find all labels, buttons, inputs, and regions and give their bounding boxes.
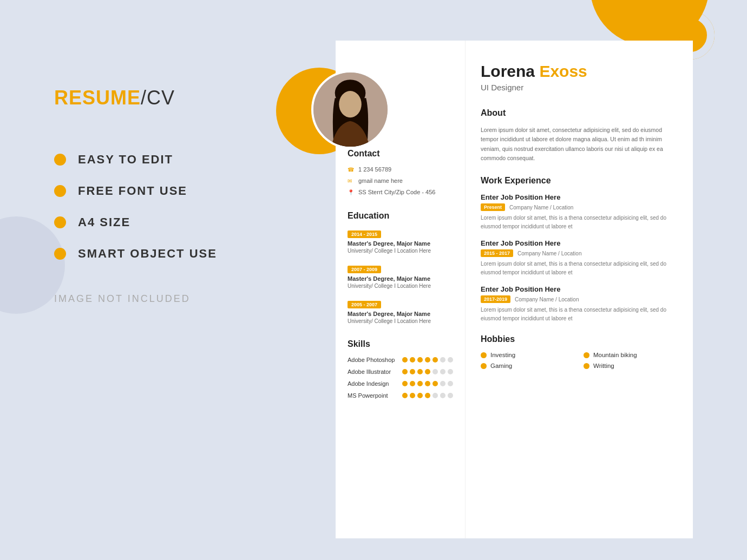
job-desc-1: Lorem ipsum dolor sit amet, this is a th… bbox=[481, 214, 678, 230]
hobby-label-2: Mountain biking bbox=[593, 352, 637, 358]
dot-empty bbox=[448, 381, 453, 386]
dot-empty bbox=[440, 357, 445, 363]
edu-entry-2: 2007 - 2009 Master's Degree, Major Name … bbox=[348, 263, 453, 289]
skill-powerpoint: MS Powerpoint bbox=[348, 392, 453, 399]
hobby-dot bbox=[481, 352, 487, 358]
contact-phone: ☎ 1 234 56789 bbox=[348, 166, 453, 173]
edu-year-3: 2005 - 2007 bbox=[348, 301, 381, 308]
job-meta-3: 2017-2019 Company Name / Location bbox=[481, 295, 678, 303]
dot-empty bbox=[440, 393, 445, 398]
feature-item-font: FREE FONT USE bbox=[54, 184, 260, 198]
job-badge-2: 2015 - 2017 bbox=[481, 249, 513, 257]
hobby-dot bbox=[584, 352, 589, 358]
hobby-label-3: Gaming bbox=[490, 363, 512, 369]
hobby-label-1: Investing bbox=[490, 352, 515, 358]
job-company-2: Company Name / Location bbox=[517, 251, 581, 256]
person-name: Lorena Exoss bbox=[481, 62, 678, 81]
hobby-writting: Writting bbox=[584, 363, 678, 369]
skill-dots-1 bbox=[402, 357, 453, 363]
dot bbox=[410, 357, 415, 363]
dot bbox=[425, 369, 430, 374]
feature-label: FREE FONT USE bbox=[78, 184, 187, 198]
education-header: Education bbox=[348, 211, 453, 221]
feature-dot bbox=[54, 185, 66, 197]
job-company-3: Company Name / Location bbox=[515, 297, 579, 302]
dot bbox=[402, 357, 408, 363]
hobby-dot bbox=[584, 363, 589, 369]
skill-photoshop: Adobe Photoshop bbox=[348, 357, 453, 363]
dot-empty bbox=[440, 369, 445, 374]
work-header: Work Experience bbox=[481, 176, 678, 186]
skill-name-1: Adobe Photoshop bbox=[348, 357, 402, 363]
dot bbox=[425, 381, 430, 386]
skill-illustrator: Adobe Illustrator bbox=[348, 368, 453, 375]
resume-right-column: Lorena Exoss UI Designer About Lorem ips… bbox=[466, 41, 693, 538]
hobbies-header: Hobbies bbox=[481, 334, 678, 344]
skill-name-3: Adobe Indesign bbox=[348, 380, 402, 387]
job-meta-1: Present Company Name / Location bbox=[481, 203, 678, 211]
dot bbox=[402, 381, 408, 386]
job-meta-2: 2015 - 2017 Company Name / Location bbox=[481, 249, 678, 257]
dot-empty bbox=[433, 369, 438, 374]
about-text: Lorem ipsum dolor sit amet, consectetur … bbox=[481, 126, 678, 163]
title-highlight: RESUME bbox=[54, 87, 141, 109]
job-desc-3: Lorem ipsum dolor sit amet, this is a th… bbox=[481, 306, 678, 322]
contact-header: Contact bbox=[348, 149, 453, 159]
dot bbox=[402, 369, 408, 374]
skill-dots-4 bbox=[402, 393, 453, 398]
edu-degree-2: Master's Degree, Major Name bbox=[348, 275, 453, 282]
edu-year-2: 2007 - 2009 bbox=[348, 266, 381, 273]
hobby-mountain-biking: Mountain biking bbox=[584, 352, 678, 358]
job-badge-3: 2017-2019 bbox=[481, 295, 510, 303]
work-entry-2: Enter Job Position Here 2015 - 2017 Comp… bbox=[481, 239, 678, 276]
education-section: Education 2014 - 2015 Master's Degree, M… bbox=[348, 211, 453, 324]
hobbies-grid: Investing Mountain biking Gaming Writtin… bbox=[481, 352, 678, 369]
email-value: gmail name here bbox=[358, 177, 403, 184]
feature-item-size: A4 SIZE bbox=[54, 215, 260, 229]
email-icon: ✉ bbox=[348, 178, 354, 185]
feature-item-edit: EASY TO EDIT bbox=[54, 153, 260, 167]
person-title: UI Designer bbox=[481, 83, 678, 92]
feature-label: EASY TO EDIT bbox=[78, 153, 173, 167]
hobby-label-4: Writting bbox=[593, 363, 614, 369]
location-icon: 📍 bbox=[348, 189, 354, 196]
dot-empty bbox=[448, 393, 453, 398]
dot bbox=[417, 369, 423, 374]
dot bbox=[410, 369, 415, 374]
work-section: Work Experience Enter Job Position Here … bbox=[481, 176, 678, 322]
job-title-3: Enter Job Position Here bbox=[481, 285, 678, 293]
dot bbox=[425, 357, 430, 363]
feature-label: A4 SIZE bbox=[78, 215, 130, 229]
dot bbox=[417, 357, 423, 363]
skill-name-2: Adobe Illustrator bbox=[348, 368, 402, 375]
resume-title: RESUME/CV bbox=[54, 87, 260, 109]
address-value: SS Sterrt City/Zip Code - 456 bbox=[358, 189, 435, 195]
feature-list: EASY TO EDIT FREE FONT USE A4 SIZE SMART… bbox=[54, 153, 260, 261]
skill-dots-2 bbox=[402, 369, 453, 374]
edu-school-2: University/ College I Location Here bbox=[348, 283, 453, 289]
feature-dot bbox=[54, 154, 66, 166]
dot bbox=[417, 393, 423, 398]
dot bbox=[433, 357, 438, 363]
feature-dot bbox=[54, 248, 66, 260]
dot bbox=[433, 381, 438, 386]
edu-entry-1: 2014 - 2015 Master's Degree, Major Name … bbox=[348, 228, 453, 254]
dot bbox=[410, 393, 415, 398]
edu-entry-3: 2005 - 2007 Master's Degree, Major Name … bbox=[348, 299, 453, 324]
contact-section: Contact ☎ 1 234 56789 ✉ gmail name here … bbox=[348, 149, 453, 196]
dot-empty bbox=[448, 357, 453, 363]
edu-degree-1: Master's Degree, Major Name bbox=[348, 240, 453, 247]
job-title-1: Enter Job Position Here bbox=[481, 193, 678, 201]
contact-email: ✉ gmail name here bbox=[348, 177, 453, 185]
edu-year-1: 2014 - 2015 bbox=[348, 230, 381, 238]
hobby-dot bbox=[481, 363, 487, 369]
dot bbox=[417, 381, 423, 386]
edu-degree-3: Master's Degree, Major Name bbox=[348, 311, 453, 317]
dot bbox=[410, 381, 415, 386]
skill-name-4: MS Powerpoint bbox=[348, 392, 402, 399]
image-not-included-label: IMAGE NOT INCLUDED bbox=[54, 293, 260, 305]
hobby-gaming: Gaming bbox=[481, 363, 575, 369]
avatar bbox=[311, 70, 390, 149]
last-name: Exoss bbox=[539, 62, 587, 80]
hobbies-section: Hobbies Investing Mountain biking Gaming bbox=[481, 334, 678, 369]
